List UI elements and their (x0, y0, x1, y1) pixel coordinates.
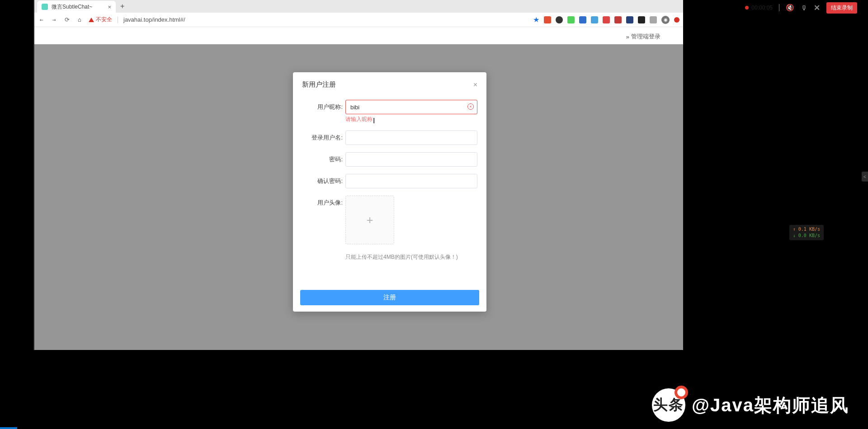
ext-icon-6[interactable] (603, 16, 610, 23)
rec-divider (779, 4, 779, 11)
extensions-toolbar: ★ ◉ (533, 15, 679, 24)
username-input[interactable] (345, 131, 477, 145)
label-password: 密码: (302, 152, 343, 163)
password-input[interactable] (345, 152, 477, 167)
admin-login-link[interactable]: » 管理端登录 (626, 33, 660, 41)
recording-badge-icon[interactable] (674, 17, 679, 23)
new-tab-button[interactable]: + (120, 2, 124, 10)
warning-icon (89, 18, 94, 22)
ext-icon-7[interactable] (614, 16, 622, 23)
clear-input-icon[interactable]: × (467, 103, 474, 110)
label-avatar: 用户头像: (302, 196, 343, 207)
profile-avatar-icon[interactable]: ◉ (661, 16, 670, 24)
plus-icon: + (366, 213, 373, 227)
nav-forward-button[interactable]: → (51, 16, 58, 23)
mute-icon[interactable]: 🔇 (786, 4, 794, 12)
mic-off-icon[interactable]: 🎙 (801, 4, 807, 12)
chevrons-right-icon: » (626, 33, 629, 40)
addr-divider (118, 17, 118, 23)
admin-login-text: 管理端登录 (631, 33, 660, 41)
ext-icon-4[interactable] (579, 16, 586, 23)
row-nickname: 用户昵称: × 请输入昵称 I (302, 100, 477, 123)
avatar-upload-hint: 只能上传不超过4MB的图片(可使用默认头像！) (345, 253, 477, 261)
network-speed-widget: ↑ 0.1 KB/s ↓ 0.0 KB/s (789, 225, 824, 240)
label-confirm-password: 确认密码: (302, 174, 343, 185)
ext-icon-2[interactable] (556, 16, 563, 23)
watermark-logo-icon: 头条 (652, 388, 685, 422)
ext-icon-1[interactable] (544, 16, 551, 23)
ext-icon-5[interactable] (591, 16, 598, 23)
taskbar-indicator (0, 427, 17, 429)
avatar-upload-box[interactable]: + (345, 196, 394, 244)
end-recording-button[interactable]: 结束录制 (826, 2, 857, 14)
tab-strip: 微言SubtleChat~ × + (34, 0, 683, 13)
net-upload-text: ↑ 0.1 KB/s (793, 226, 820, 233)
net-download-text: ↓ 0.0 KB/s (793, 233, 820, 239)
side-collapse-handle[interactable]: < (862, 172, 868, 182)
left-black-bar (0, 0, 34, 429)
url-text[interactable]: javahai.top/index.html#/ (123, 16, 528, 23)
security-indicator[interactable]: 不安全 (89, 16, 112, 23)
label-nickname: 用户昵称: (302, 100, 343, 111)
nav-back-button[interactable]: ← (38, 16, 45, 23)
watermark-text: @Java架构师追风 (692, 393, 849, 418)
row-confirm-password: 确认密码: (302, 174, 477, 188)
reload-button[interactable]: ⟳ (63, 16, 71, 23)
nickname-input[interactable] (345, 100, 477, 114)
text-cursor-icon: I (373, 117, 375, 125)
tab-close-icon[interactable]: × (108, 4, 111, 10)
nickname-error: 请输入昵称 (345, 116, 477, 123)
security-text: 不安全 (96, 16, 112, 23)
recording-close-icon[interactable]: ✕ (814, 3, 820, 13)
row-avatar: 用户头像: + 只能上传不超过4MB的图片(可使用默认头像！) (302, 196, 477, 281)
recording-toolbar: 00:00:05 🔇 🎙 ✕ 结束录制 (745, 3, 857, 13)
confirm-password-input[interactable] (345, 174, 477, 188)
recording-timer: 00:00:05 (745, 5, 773, 11)
tab-favicon-icon (42, 4, 48, 10)
modal-title: 新用户注册 (302, 80, 336, 89)
row-username: 登录用户名: (302, 131, 477, 145)
submit-wrap: 注册 (293, 290, 486, 305)
ext-icon-8[interactable] (626, 16, 633, 23)
browser-tab[interactable]: 微言SubtleChat~ × (37, 1, 116, 13)
address-bar: ← → ⟳ ⌂ 不安全 javahai.top/index.html#/ ★ ◉ (34, 13, 683, 27)
label-username: 登录用户名: (302, 131, 343, 142)
watermark: 头条 @Java架构师追风 (652, 388, 849, 422)
modal-close-icon[interactable]: × (473, 81, 477, 89)
tab-title: 微言SubtleChat~ (52, 3, 104, 11)
register-form: 用户昵称: × 请输入昵称 I 登录用户名: 密码: (293, 94, 486, 290)
ext-icon-9[interactable] (638, 16, 645, 23)
register-button[interactable]: 注册 (300, 290, 479, 305)
ext-icon-3[interactable] (567, 16, 575, 23)
home-button[interactable]: ⌂ (76, 16, 83, 23)
row-password: 密码: (302, 152, 477, 167)
browser-window: 微言SubtleChat~ × + ← → ⟳ ⌂ 不安全 javahai.to… (34, 0, 683, 350)
ext-icon-10[interactable] (650, 16, 657, 23)
bookmark-star-icon[interactable]: ★ (533, 15, 539, 24)
register-modal: 新用户注册 × 用户昵称: × 请输入昵称 I 登录用户名: 密码: (293, 72, 486, 312)
modal-header: 新用户注册 × (293, 72, 486, 94)
